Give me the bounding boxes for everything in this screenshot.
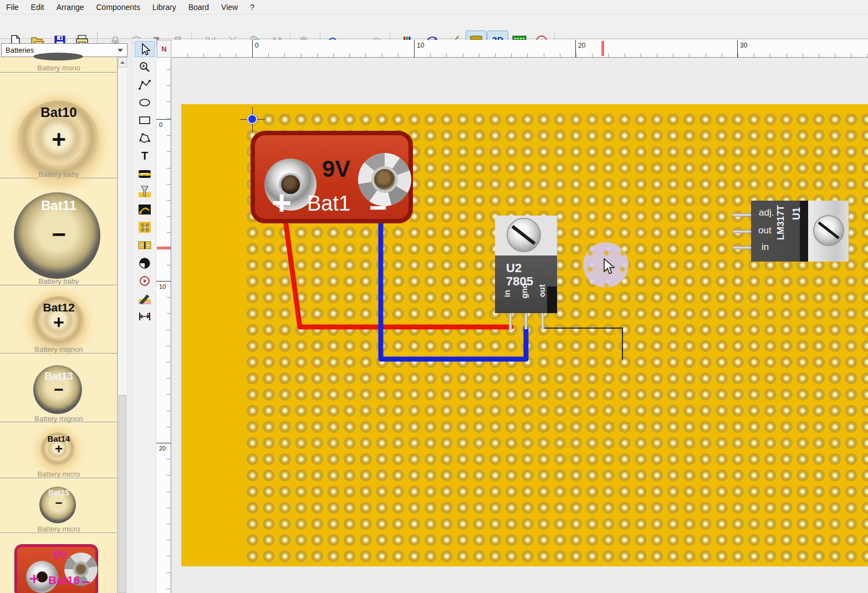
invert-view-icon	[138, 257, 151, 270]
u2-ref-label: U2	[506, 261, 522, 275]
main-toolbar: ... 3D	[0, 14, 868, 39]
u2-lead-out	[541, 310, 544, 329]
ruler-label: 30	[740, 42, 747, 49]
battery-image-partial	[33, 53, 83, 60]
polarity-sign: +	[0, 311, 118, 333]
u2-lead-gnd	[524, 310, 528, 329]
tool-ellipse[interactable]	[135, 94, 155, 110]
mouse-cursor	[603, 258, 617, 276]
u1-lead-in	[733, 246, 752, 249]
list-item-bat16-selected[interactable]: 9V + Bat16 −	[15, 545, 98, 593]
polygon-icon	[138, 132, 151, 144]
menu-view[interactable]: View	[216, 1, 245, 14]
u2-pin-out-label: out	[537, 284, 547, 297]
ruler-vertical: 0 10 20	[156, 58, 171, 593]
component-battery-bat1[interactable]: 9V Bat1 + −	[251, 131, 413, 223]
select-cursor-icon	[139, 43, 151, 56]
ruler-cursor-marker	[601, 41, 604, 56]
u1-part-label: LM317T	[775, 205, 787, 240]
polyline-icon	[138, 79, 151, 91]
tool-rectangle[interactable]	[135, 112, 155, 128]
u2-pin-gnd-label: gnd	[519, 283, 529, 299]
u1-pin-adj-label: adj.	[759, 207, 774, 218]
list-item-bat14[interactable]: Bat14 + Battery micro	[0, 422, 118, 478]
tool-polygon[interactable]	[135, 130, 155, 146]
selected-minus-sign: −	[81, 574, 90, 591]
list-item-bat11[interactable]: Bat11 − Battery baby	[0, 178, 118, 285]
u2-pin-in-label: in	[502, 290, 512, 297]
menu-file[interactable]: File	[1, 1, 26, 14]
item-caption: Battery mignon	[0, 415, 118, 423]
menu-edit[interactable]: Edit	[26, 1, 52, 14]
list-item-bat12[interactable]: Bat12 + Battery mignon	[0, 285, 118, 354]
tool-strip-break[interactable]	[135, 237, 155, 253]
ruler-label: 10	[159, 283, 166, 290]
category-value: Batteries	[6, 46, 34, 54]
freehand-wire-icon	[137, 203, 152, 216]
list-item-bat15[interactable]: Bat15 − Battery micro	[0, 478, 118, 533]
tool-polyline[interactable]	[135, 76, 155, 93]
tool-solder-pin[interactable]	[135, 183, 155, 200]
u1-lead-adj	[733, 213, 752, 217]
origin-marker	[247, 114, 257, 124]
component-list: Battery mono Bat10 + Battery baby Bat11 …	[0, 57, 118, 593]
polarity-sign: −	[0, 221, 118, 248]
item-caption: Battery mono	[0, 64, 118, 72]
ruler-origin-button[interactable]: N	[157, 40, 171, 58]
menu-components[interactable]: Components	[91, 1, 147, 14]
selected-plus-sign: +	[29, 569, 39, 588]
u1-pin-in-label: in	[762, 242, 769, 253]
u2-lead-in	[509, 310, 512, 329]
tool-select[interactable]	[135, 41, 155, 57]
polarity-sign: −	[0, 496, 118, 510]
tool-test-probe[interactable]	[135, 290, 155, 306]
battery-voltage-label: 9V	[322, 156, 350, 182]
test-probe-icon	[137, 292, 152, 305]
item-caption: Battery micro	[0, 470, 118, 478]
component-regulator-u1[interactable]: adj. out in U1 LM317T	[751, 201, 849, 262]
chevron-down-icon	[118, 49, 123, 52]
list-item-battery-mono[interactable]: Battery mono	[0, 57, 118, 73]
selected-item-label: Bat16	[48, 574, 80, 587]
list-item-bat13[interactable]: Bat13 − Battery mignon	[0, 354, 118, 422]
rectangle-icon	[138, 115, 151, 126]
polarity-sign: −	[0, 380, 118, 399]
battery-plus-sign: +	[272, 183, 292, 222]
ellipse-icon	[138, 97, 151, 108]
scrollbar-thumb[interactable]	[119, 395, 126, 593]
tool-palette: T	[133, 39, 156, 593]
polarity-sign: +	[0, 441, 118, 457]
menu-help[interactable]: ?	[245, 1, 262, 14]
menu-board[interactable]: Board	[183, 1, 216, 14]
tool-zoom[interactable]	[135, 59, 155, 75]
item-label: Bat10	[0, 105, 118, 120]
menu-arrange[interactable]: Arrange	[52, 1, 91, 14]
component-regulator-u2[interactable]: U2 7805 in gnd out	[495, 216, 557, 313]
list-item-bat10[interactable]: Bat10 + Battery baby	[0, 73, 118, 178]
tool-freehand-wire[interactable]	[135, 201, 155, 217]
scroll-up-button[interactable]	[118, 57, 127, 68]
menu-bar: File Edit Arrange Components Library Boa…	[0, 0, 868, 14]
polarity-sign: +	[0, 126, 118, 154]
ruler-minor-ticks	[167, 58, 171, 593]
item-caption: Battery baby	[0, 170, 118, 178]
ruler-minor-ticks	[172, 53, 868, 57]
text-tool-glyph: T	[141, 150, 148, 162]
ruler-label: 20	[578, 42, 585, 49]
solder-pin-icon	[137, 185, 152, 198]
ruler-horizontal: 0 10 20 30	[172, 40, 868, 58]
tool-text[interactable]: T	[135, 148, 155, 164]
tool-highlight[interactable]	[135, 273, 155, 289]
battery-minus-sign: −	[369, 190, 387, 226]
origin-button-label: N	[161, 45, 166, 53]
tool-measure[interactable]	[135, 308, 155, 324]
tool-cut-strip[interactable]	[135, 219, 155, 235]
menu-library[interactable]: Library	[147, 1, 183, 14]
tool-invert-view[interactable]	[135, 255, 155, 271]
ruler-cursor-marker	[157, 247, 171, 249]
u1-lead-out	[733, 230, 752, 233]
cut-strip-icon	[137, 221, 152, 234]
sidebar-scrollbar[interactable]	[118, 57, 127, 593]
jumper-wire-icon	[137, 168, 152, 180]
tool-jumper-wire[interactable]	[135, 166, 155, 182]
